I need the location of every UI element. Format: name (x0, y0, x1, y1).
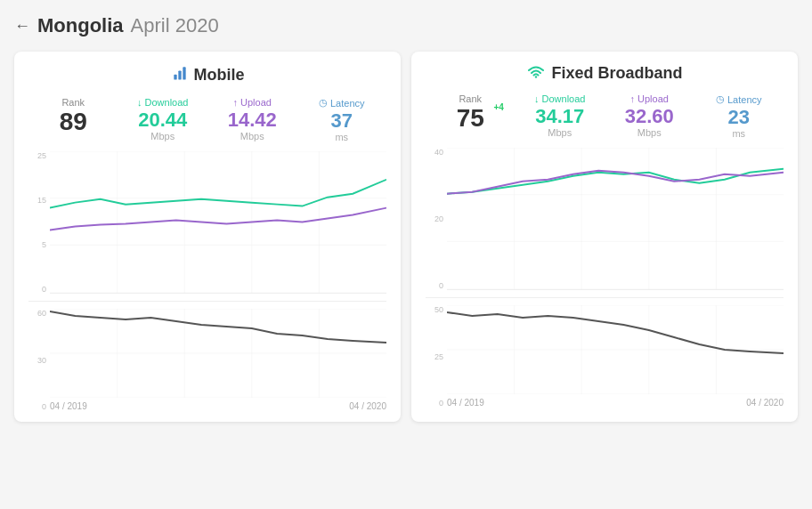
svg-rect-0 (174, 75, 176, 80)
mobile-download: ↓ Download 20.44 Mbps (118, 97, 208, 141)
broadband-latency-value: 23 (694, 107, 784, 128)
mobile-title-text: Mobile (194, 66, 245, 85)
mobile-speed-chart-wrapper: 25 15 5 0 (28, 151, 386, 294)
latency-clock-icon: ◷ (319, 97, 328, 109)
broadband-speed-chart-wrapper: 40 20 0 (426, 148, 784, 290)
broadband-stats: Rank 75 +4 ↓ Download 34.17 Mbps ↑ Uploa… (426, 93, 784, 139)
mobile-latency-unit: ms (297, 132, 387, 142)
country-name: Mongolia (37, 14, 124, 37)
broadband-download-unit: Mbps (516, 127, 605, 138)
broadband-latency-chart-area (447, 305, 784, 394)
mobile-latency-chart-area (50, 309, 386, 398)
broadband-latency-chart: 04 / 2019 04 / 2020 (447, 305, 784, 408)
broadband-rank-value: 75 (457, 106, 484, 131)
broadband-download-arrow-icon: ↓ (534, 93, 540, 104)
broadband-upload-arrow-icon: ↑ (630, 93, 636, 104)
broadband-title-text: Fixed Broadband (551, 64, 682, 83)
mobile-rank-label: Rank (28, 97, 118, 108)
broadband-speed-y-axis: 40 20 0 (426, 148, 445, 290)
mobile-download-unit: Mbps (118, 131, 208, 141)
mobile-divider (28, 301, 386, 302)
broadband-panel: Fixed Broadband Rank 75 +4 ↓ Download 34… (411, 52, 798, 422)
mobile-latency-chart: 04 / 2019 04 / 2020 (50, 309, 386, 411)
mobile-download-label: ↓ Download (118, 97, 208, 108)
svg-rect-2 (183, 67, 185, 79)
broadband-upload-unit: Mbps (605, 127, 694, 138)
broadband-download-value: 34.17 (516, 106, 605, 127)
mobile-latency-value: 37 (297, 110, 387, 132)
broadband-rank: Rank 75 +4 (426, 93, 516, 131)
back-button[interactable]: ← (14, 17, 30, 36)
mobile-stats: Rank 89 ↓ Download 20.44 Mbps ↑ Upload 1… (28, 97, 386, 142)
mobile-latency: ◷ Latency 37 ms (297, 97, 387, 142)
mobile-rank: Rank 89 (28, 97, 118, 134)
upload-arrow-icon: ↑ (233, 97, 239, 108)
mobile-speed-y-axis: 25 15 5 0 (28, 151, 48, 294)
broadband-latency-y-axis: 50 25 0 (426, 305, 445, 408)
mobile-download-value: 20.44 (118, 109, 208, 131)
header-date: April 2020 (131, 14, 219, 37)
mobile-upload-label: ↑ Upload (207, 97, 297, 108)
broadband-date-start: 04 / 2019 (447, 398, 484, 408)
mobile-latency-y-axis: 60 30 0 (28, 309, 48, 411)
broadband-download-label: ↓ Download (516, 93, 605, 104)
mobile-latency-chart-wrapper: 60 30 0 (28, 309, 386, 411)
broadband-latency-clock-icon: ◷ (716, 93, 725, 105)
broadband-download: ↓ Download 34.17 Mbps (516, 93, 605, 138)
mobile-speed-chart (50, 151, 386, 294)
broadband-latency: ◷ Latency 23 ms (694, 93, 784, 139)
mobile-upload: ↑ Upload 14.42 Mbps (207, 97, 297, 141)
mobile-date-start: 04 / 2019 (50, 401, 87, 411)
broadband-latency-chart-wrapper: 50 25 0 (426, 305, 784, 408)
broadband-speed-chart-area (447, 148, 784, 290)
mobile-panel: Mobile Rank 89 ↓ Download 20.44 Mbps ↑ U… (14, 52, 401, 422)
svg-rect-1 (178, 71, 181, 80)
broadband-upload: ↑ Upload 32.60 Mbps (605, 93, 694, 138)
panels-container: Mobile Rank 89 ↓ Download 20.44 Mbps ↑ U… (14, 52, 798, 422)
rank-badge: +4 (493, 102, 503, 112)
download-arrow-icon: ↓ (137, 97, 142, 108)
mobile-rank-value: 89 (28, 109, 118, 134)
mobile-date-end: 04 / 2020 (349, 401, 386, 411)
broadband-upload-value: 32.60 (605, 106, 694, 127)
page-header: ← Mongolia April 2020 (14, 14, 798, 37)
mobile-icon (171, 64, 189, 86)
broadband-speed-chart (447, 148, 784, 290)
broadband-icon (526, 64, 546, 83)
broadband-latency-label: ◷ Latency (694, 93, 784, 105)
svg-point-18 (535, 76, 537, 77)
broadband-latency-unit: ms (694, 128, 784, 139)
mobile-title: Mobile (28, 64, 386, 86)
broadband-title: Fixed Broadband (426, 64, 784, 83)
broadband-divider (426, 297, 784, 298)
broadband-date-end: 04 / 2020 (746, 398, 784, 408)
broadband-chart-dates: 04 / 2019 04 / 2020 (447, 398, 784, 408)
mobile-speed-chart-area (50, 151, 386, 294)
mobile-upload-unit: Mbps (207, 131, 297, 141)
mobile-latency-label: ◷ Latency (297, 97, 387, 109)
broadband-upload-label: ↑ Upload (605, 93, 694, 104)
mobile-upload-value: 14.42 (207, 109, 297, 131)
mobile-chart-dates: 04 / 2019 04 / 2020 (50, 401, 386, 411)
